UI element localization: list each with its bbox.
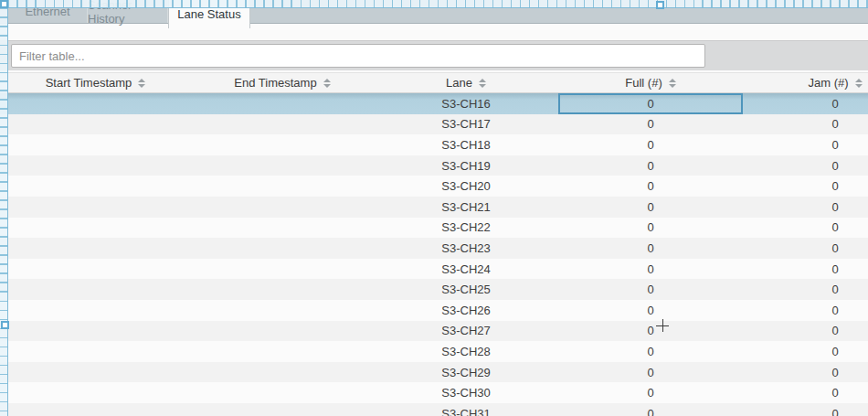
cell-end-timestamp[interactable] (191, 218, 374, 239)
cell-start-timestamp[interactable] (0, 279, 191, 300)
cell-full[interactable]: 0 (558, 300, 743, 321)
cell-lane[interactable]: S3-CH31 (374, 403, 558, 416)
cell-full[interactable]: 0 (558, 362, 743, 383)
cell-lane[interactable]: S3-CH19 (374, 155, 558, 176)
cell-full[interactable]: 0 (558, 279, 743, 300)
cell-end-timestamp[interactable] (191, 362, 374, 383)
cell-full[interactable]: 0 (558, 218, 743, 239)
cell-jam[interactable]: 0 (743, 218, 868, 239)
cell-end-timestamp[interactable] (191, 155, 374, 176)
column-header-lane[interactable]: Lane (374, 73, 558, 92)
cell-lane[interactable]: S3-CH27 (374, 321, 558, 342)
cell-end-timestamp[interactable] (191, 114, 374, 135)
cell-jam[interactable]: 0 (743, 341, 868, 362)
cell-full[interactable]: 0 (558, 93, 743, 114)
cell-lane[interactable]: S3-CH24 (374, 259, 558, 280)
cell-full[interactable]: 0 (558, 403, 743, 416)
cell-start-timestamp[interactable] (0, 382, 191, 403)
filter-input[interactable] (11, 44, 705, 68)
cell-start-timestamp[interactable] (0, 321, 191, 342)
cell-lane[interactable]: S3-CH29 (374, 362, 558, 383)
cell-start-timestamp[interactable] (0, 155, 191, 176)
cell-full[interactable]: 0 (558, 176, 743, 197)
cell-full[interactable]: 0 (558, 321, 743, 342)
cell-start-timestamp[interactable] (0, 238, 191, 259)
table-row[interactable]: S3-CH27 0 0 (0, 321, 868, 342)
cell-lane[interactable]: S3-CH25 (374, 279, 558, 300)
cell-jam[interactable]: 0 (743, 114, 868, 135)
cell-full[interactable]: 0 (558, 238, 743, 259)
cell-jam[interactable]: 0 (743, 300, 868, 321)
cell-end-timestamp[interactable] (191, 176, 374, 197)
table-row[interactable]: S3-CH25 0 0 (0, 279, 868, 300)
cell-end-timestamp[interactable] (191, 341, 374, 362)
cell-jam[interactable]: 0 (743, 279, 868, 300)
table-row[interactable]: S3-CH31 0 0 (0, 403, 868, 416)
cell-lane[interactable]: S3-CH21 (374, 197, 558, 218)
table-row[interactable]: S3-CH28 0 0 (0, 341, 868, 362)
cell-end-timestamp[interactable] (191, 259, 374, 280)
cell-end-timestamp[interactable] (191, 382, 374, 403)
table-row[interactable]: S3-CH24 0 0 (0, 259, 868, 280)
cell-end-timestamp[interactable] (191, 197, 374, 218)
cell-end-timestamp[interactable] (191, 279, 374, 300)
cell-start-timestamp[interactable] (0, 197, 191, 218)
cell-lane[interactable]: S3-CH23 (374, 238, 558, 259)
cell-lane[interactable]: S3-CH22 (374, 218, 558, 239)
cell-end-timestamp[interactable] (191, 93, 374, 114)
cell-lane[interactable]: S3-CH16 (374, 93, 558, 114)
column-header-jam[interactable]: Jam (#) (743, 73, 868, 92)
cell-jam[interactable]: 0 (743, 155, 868, 176)
cell-jam[interactable]: 0 (743, 321, 868, 342)
cell-end-timestamp[interactable] (191, 300, 374, 321)
selection-handle-top-center[interactable] (656, 1, 664, 9)
table-row[interactable]: S3-CH19 0 0 (0, 155, 868, 176)
cell-start-timestamp[interactable] (0, 341, 191, 362)
table-row[interactable]: S3-CH26 0 0 (0, 300, 868, 321)
cell-lane[interactable]: S3-CH28 (374, 341, 558, 362)
cell-full[interactable]: 0 (558, 155, 743, 176)
cell-full[interactable]: 0 (558, 197, 743, 218)
table-row[interactable]: S3-CH17 0 0 (0, 114, 868, 135)
cell-jam[interactable]: 0 (743, 93, 868, 114)
column-header-start-timestamp[interactable]: Start Timestamp (0, 73, 191, 92)
cell-end-timestamp[interactable] (191, 403, 374, 416)
cell-start-timestamp[interactable] (0, 176, 191, 197)
table-row[interactable]: S3-CH23 0 0 (0, 238, 868, 259)
cell-end-timestamp[interactable] (191, 238, 374, 259)
cell-jam[interactable]: 0 (743, 362, 868, 383)
cell-lane[interactable]: S3-CH20 (374, 176, 558, 197)
cell-jam[interactable]: 0 (743, 259, 868, 280)
cell-lane[interactable]: S3-CH30 (374, 382, 558, 403)
cell-start-timestamp[interactable] (0, 134, 191, 155)
column-header-full[interactable]: Full (#) (558, 73, 743, 92)
cell-jam[interactable]: 0 (743, 197, 868, 218)
cell-full[interactable]: 0 (558, 382, 743, 403)
cell-start-timestamp[interactable] (0, 300, 191, 321)
cell-end-timestamp[interactable] (191, 321, 374, 342)
cell-jam[interactable]: 0 (743, 134, 868, 155)
cell-jam[interactable]: 0 (743, 382, 868, 403)
table-row[interactable]: S3-CH20 0 0 (0, 176, 868, 197)
selection-handle-left-center[interactable] (1, 321, 9, 329)
table-row[interactable]: S3-CH29 0 0 (0, 362, 868, 383)
cell-start-timestamp[interactable] (0, 93, 191, 114)
cell-full[interactable]: 0 (558, 341, 743, 362)
selection-handle-top-left[interactable] (0, 0, 8, 8)
cell-lane[interactable]: S3-CH18 (374, 134, 558, 155)
table-row[interactable]: S3-CH22 0 0 (0, 218, 868, 239)
cell-jam[interactable]: 0 (743, 403, 868, 416)
cell-start-timestamp[interactable] (0, 114, 191, 135)
cell-start-timestamp[interactable] (0, 403, 191, 416)
cell-jam[interactable]: 0 (743, 238, 868, 259)
cell-start-timestamp[interactable] (0, 362, 191, 383)
cell-end-timestamp[interactable] (191, 134, 374, 155)
table-row[interactable]: S3-CH18 0 0 (0, 134, 868, 155)
cell-full[interactable]: 0 (558, 134, 743, 155)
cell-lane[interactable]: S3-CH17 (374, 114, 558, 135)
cell-lane[interactable]: S3-CH26 (374, 300, 558, 321)
column-header-end-timestamp[interactable]: End Timestamp (191, 73, 374, 92)
cell-jam[interactable]: 0 (743, 176, 868, 197)
cell-full[interactable]: 0 (558, 259, 743, 280)
table-row[interactable]: S3-CH21 0 0 (0, 197, 868, 218)
